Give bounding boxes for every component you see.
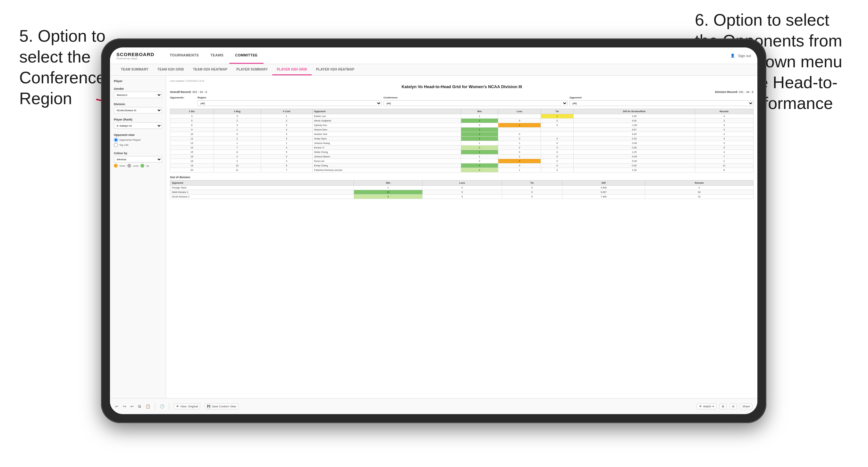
redo-icon[interactable]: ↪: [123, 404, 126, 409]
th-win: Win: [461, 109, 498, 114]
cell-win: 4: [461, 163, 498, 168]
view-icon: 👁: [176, 405, 179, 408]
region-select[interactable]: (All): [197, 100, 381, 106]
cell-win: 2: [461, 132, 498, 136]
toolbar-divider-1: [155, 403, 155, 410]
sidebar-player-section: Player: [114, 80, 162, 83]
paste-icon[interactable]: 📋: [146, 404, 150, 409]
sub-nav-player-summary[interactable]: PLAYER SUMMARY: [232, 64, 272, 75]
cell-rounds: 7: [695, 155, 753, 159]
top-100-radio[interactable]: Top 100: [114, 143, 162, 147]
undo2-icon[interactable]: ↩: [130, 404, 134, 409]
undo-icon[interactable]: ↩: [115, 404, 118, 409]
cell-win: 1: [354, 186, 422, 190]
cell-diff: -0.94: [573, 155, 695, 159]
cell-conf: 5: [261, 136, 312, 141]
colour-by-select[interactable]: Win/loss: [114, 156, 162, 162]
ood-th-diff: Diff: [562, 181, 645, 186]
toolbar-right: 👁 Watch ▾ ⊞ ⊟ Share: [697, 404, 752, 409]
cell-reg: 3: [214, 114, 261, 119]
cell-tie: 0: [541, 119, 574, 123]
cell-win: 5: [354, 194, 422, 199]
cell-rounds: 4: [695, 150, 753, 155]
cell-conf: 3: [261, 132, 312, 136]
overall-record-value: 353 - 34 - 6: [192, 90, 207, 94]
th-rounds: Rounds: [695, 109, 753, 114]
sub-nav-team-summary[interactable]: TEAM SUMMARY: [116, 64, 153, 75]
cell-conf: 6: [261, 163, 312, 168]
color-indicators: Down Level Up: [114, 164, 162, 168]
layout-btn[interactable]: ⊞: [719, 404, 726, 409]
cell-opponent: Sharon Mun: [312, 128, 461, 132]
cell-conf: 5: [261, 150, 312, 155]
opponent-select[interactable]: (All): [569, 100, 753, 106]
cell-diff: 7.400: [562, 194, 645, 199]
sidebar-colour-section: Colour by Win/loss Down Level Up: [114, 152, 162, 168]
watch-btn[interactable]: 👁 Watch ▾: [697, 404, 716, 409]
cell-win: 15: [354, 190, 422, 194]
cell-win: 2: [461, 168, 498, 173]
clock-icon[interactable]: 🕐: [160, 404, 164, 409]
cell-win: 2: [461, 146, 498, 150]
cell-conf: 3: [261, 155, 312, 159]
cell-div: 16: [170, 155, 214, 159]
division-record-value: 331 - 34 - 6: [739, 90, 753, 94]
brand-name: SCOREBOARD: [116, 52, 154, 57]
cell-reg: 2: [214, 136, 261, 141]
save-custom-view-btn[interactable]: 💾 Save Custom View: [205, 404, 238, 409]
copy-icon[interactable]: ⧉: [138, 404, 141, 409]
th-opponent: Opponent: [312, 109, 461, 114]
cell-tie: [541, 132, 574, 136]
grid-btn[interactable]: ⊟: [730, 404, 737, 409]
ood-th-win: Win: [354, 181, 422, 186]
cell-tie: 0: [541, 168, 574, 173]
level-color: [127, 164, 131, 168]
cell-rounds: 3: [695, 119, 753, 123]
sub-nav-team-h2h-heatmap[interactable]: TEAM H2H HEATMAP: [189, 64, 232, 75]
nav-teams[interactable]: TEAMS: [205, 48, 229, 64]
cell-diff: 1.50: [573, 114, 695, 119]
sidebar-player-rank-section: Player (Rank) 8. Katelyn Vo: [114, 118, 162, 129]
down-color: [114, 164, 118, 168]
cell-rounds: 6: [695, 168, 753, 173]
opponents-played-radio[interactable]: Opponents Played: [114, 138, 162, 142]
sub-nav-player-h2h-grid[interactable]: PLAYER H2H GRID: [272, 64, 312, 75]
cell-win: 1: [461, 150, 498, 155]
nav-tournaments[interactable]: TOURNAMENTS: [164, 48, 205, 64]
sub-nav-team-h2h-grid[interactable]: TEAM H2H GRID: [153, 64, 189, 75]
table-row: 14 7 4 Eunice Yi 2 2 0 0.38 9: [170, 146, 753, 150]
cell-reg: 1: [214, 141, 261, 146]
cell-rounds: 10: [645, 194, 753, 199]
th-loss: Loss: [498, 109, 541, 114]
table-row: 19 10 6 Emily Chang 4 0 0 0.30 11: [170, 163, 753, 168]
cell-diff: 9.267: [562, 190, 645, 194]
cell-loss: 1: [498, 123, 541, 128]
last-updated: Last Updated: 27/03/2024 14:34: [170, 80, 753, 82]
share-btn[interactable]: Share: [740, 404, 752, 409]
sidebar-player-rank-label: Player (Rank): [114, 118, 162, 121]
cell-opponent: Andrea York: [312, 132, 461, 136]
main-data-table: # Div # Reg # Conf Opponent Win Loss Tie…: [170, 108, 753, 173]
cell-tie: 0: [502, 190, 562, 194]
sidebar-gender-section: Gender Women's: [114, 87, 162, 98]
cell-loss: 0: [423, 194, 502, 199]
division-select[interactable]: NCAA Division III: [114, 107, 162, 114]
bottom-toolbar: ↩ ↪ ↩ ⧉ 📋 🕐 👁 View: Original 💾 Save Cust…: [110, 398, 757, 414]
cell-opponent: Emily Chang: [312, 163, 461, 168]
cell-loss: 0: [498, 136, 541, 141]
records-row: Overall Record: 353 - 34 - 6 Division Re…: [170, 90, 753, 94]
table-row: 3 3 1 Esther Lee 1 1 1.50 4: [170, 114, 753, 119]
cell-conf: 1: [261, 114, 312, 119]
cell-rounds: 9: [695, 146, 753, 150]
nav-committee[interactable]: COMMITTEE: [229, 48, 264, 64]
cell-opponent: Alexis Sudjianto: [312, 119, 461, 123]
sign-out-link[interactable]: Sign out: [738, 54, 751, 58]
filter-select-row: (All) (All) (All): [170, 100, 753, 106]
conference-select[interactable]: (All): [383, 100, 567, 106]
view-original-btn[interactable]: 👁 View: Original: [174, 404, 200, 409]
sub-nav-player-h2h-heatmap[interactable]: PLAYER H2H HEATMAP: [312, 64, 359, 75]
gender-select[interactable]: Women's: [114, 92, 162, 98]
player-rank-select[interactable]: 8. Katelyn Vo: [114, 122, 162, 129]
save-icon: 💾: [207, 405, 210, 408]
cell-tie: 1: [541, 114, 574, 119]
